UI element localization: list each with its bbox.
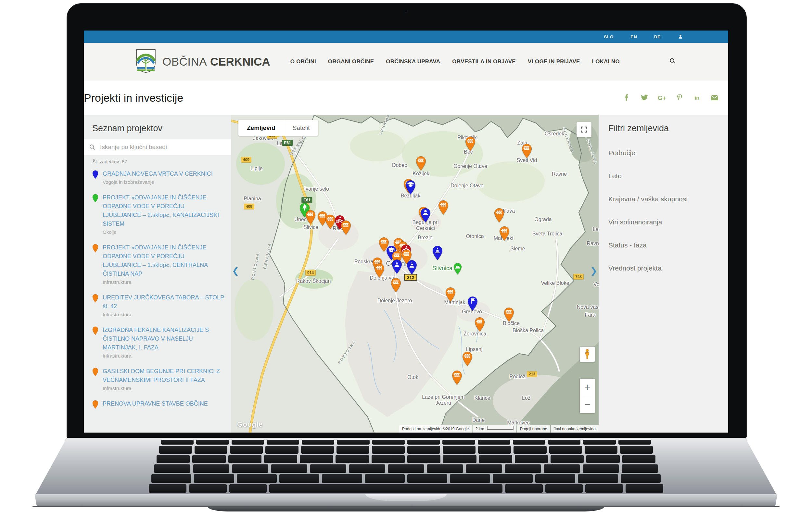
language-link-slo[interactable]: SLO [604, 34, 613, 39]
facebook-icon[interactable] [623, 94, 631, 102]
map-place-label: Otok [407, 374, 418, 380]
keyboard-key [193, 464, 229, 473]
map-type-map-button[interactable]: Zemljevid [238, 120, 284, 136]
map-marker-cone[interactable] [392, 259, 402, 274]
project-link[interactable]: GASILSKI DOM BEGUNJE PRI CERKNICI Z VEČN… [103, 367, 224, 384]
keyboard-key [621, 474, 661, 483]
map-marker-person[interactable] [420, 208, 431, 223]
map-marker-bricks[interactable] [499, 226, 510, 241]
keyboard-key [583, 440, 615, 444]
keyboard-key [513, 440, 545, 444]
filter-item[interactable]: Područje [608, 149, 728, 157]
project-link[interactable]: PROJEKT »ODVAJANJE IN ČIŠČENJE ODPADNE V… [103, 193, 224, 228]
street-view-pegman-button[interactable] [580, 347, 595, 362]
map-marker-bricks[interactable] [462, 351, 473, 366]
nav-item-obvestila-in-objave[interactable]: OBVESTILA IN OBJAVE [452, 58, 516, 65]
keyboard-key [265, 446, 298, 454]
user-account-icon[interactable] [677, 34, 684, 39]
nav-item-o-ob-ini[interactable]: O OBČINI [290, 58, 316, 65]
zoom-in-button[interactable]: + [580, 379, 595, 396]
map-marker-bricks[interactable] [494, 208, 505, 223]
road-badge: 914 [305, 270, 316, 276]
nav-search-icon[interactable] [669, 57, 676, 66]
map-place-label: Planina [243, 196, 261, 202]
filter-item[interactable]: Krajevna / vaška skupnost [608, 195, 728, 203]
map-place-label: Kožljek [412, 171, 429, 177]
project-link[interactable]: UREDITEV JURČKOVEGA TABORA – STOLP št. 4… [103, 293, 224, 311]
filter-item[interactable]: Status - faza [608, 241, 728, 249]
nav-item-organi-ob-ine[interactable]: ORGANI OBČINE [328, 58, 374, 65]
map-marker-bricks[interactable] [341, 220, 351, 235]
keyboard-row [158, 446, 654, 454]
map-container[interactable]: JakovicaLazeLipljePlaninaIvanje seloUnec… [231, 115, 599, 433]
map-marker-bricks[interactable] [416, 156, 427, 171]
map-marker-grad[interactable] [405, 180, 416, 195]
map-marker-bricks[interactable] [305, 210, 316, 225]
project-category: Infrastruktura [103, 385, 224, 391]
collapse-right-panel-arrow[interactable]: ❯ [590, 264, 597, 278]
project-list-item: PROJEKT »ODVAJANJE IN ČIŠČENJE ODPADNE V… [92, 243, 224, 285]
map-marker-cone[interactable] [407, 260, 417, 275]
project-pin-green [92, 194, 98, 235]
project-pin-orange [92, 400, 98, 410]
map-marker-bricks[interactable] [445, 287, 456, 302]
map-place-label: Lož [522, 395, 530, 401]
zoom-out-button[interactable]: − [580, 396, 595, 413]
linkedin-icon[interactable]: in [693, 94, 701, 102]
browser-screen: SLOENDE OBČINA CERKNICA [84, 31, 728, 433]
pinterest-icon[interactable] [675, 94, 684, 102]
filter-item[interactable]: Leto [608, 172, 728, 180]
map-marker-bricks[interactable] [465, 136, 476, 151]
keyboard-key [620, 446, 653, 454]
keyboard-key [618, 440, 651, 444]
language-link-de[interactable]: DE [654, 34, 661, 39]
keyboard-key [622, 455, 656, 463]
email-icon[interactable] [710, 94, 719, 102]
map-type-satellite-button[interactable]: Satelit [284, 120, 318, 136]
project-search-input[interactable] [99, 143, 226, 151]
project-link[interactable]: GRADNJA NOVEGA VRTCA V CERKNICI [103, 170, 213, 178]
map-marker-bricks[interactable] [504, 307, 515, 322]
map-marker-bricks[interactable] [374, 263, 385, 278]
filter-item[interactable]: Viri sofinanciranja [608, 218, 728, 226]
project-text: GASILSKI DOM BEGUNJE PRI CERKNICI Z VEČN… [103, 367, 224, 391]
municipality-coat-of-arms-logo[interactable] [136, 49, 156, 75]
report-map-error-link[interactable]: Javi napako zemljevida [551, 425, 599, 433]
map-place-label: Lep [593, 226, 599, 232]
map-marker-bricks[interactable] [474, 317, 485, 332]
language-link-en[interactable]: EN [631, 34, 637, 39]
project-link[interactable]: IZGRADNA FEKALNE KANALIZACIJE S ČISTILNO… [103, 326, 224, 352]
keyboard-key [544, 464, 580, 473]
terms-link[interactable]: Pogoji uporabe [517, 425, 550, 433]
map-marker-flag[interactable] [467, 296, 478, 311]
map-marker-bricks[interactable] [391, 278, 402, 293]
filter-item[interactable]: Vrednost projekta [608, 264, 728, 272]
map-place-label: Dane [472, 417, 485, 423]
keyboard-key [156, 455, 190, 463]
google-plus-icon[interactable]: G+ [658, 94, 666, 102]
project-link[interactable]: PROJEKT »ODVAJANJE IN ČIŠČENJE ODPADNE V… [103, 243, 224, 278]
keyboard-key [302, 440, 334, 444]
nav-item-ob-inska-uprava[interactable]: OBČINSKA UPRAVA [386, 58, 440, 65]
project-link[interactable]: PRENOVA UPRAVNE STAVBE OBČINE [103, 399, 208, 408]
keyboard-key [337, 440, 369, 444]
keyboard-key [450, 474, 490, 483]
keyboard-key [548, 440, 580, 444]
map-marker-mountain[interactable] [454, 263, 462, 275]
fullscreen-button[interactable] [577, 122, 591, 137]
collapse-left-panel-arrow[interactable]: ❮ [232, 264, 239, 278]
map-place-label: Ravne [552, 171, 567, 177]
keyboard-key [149, 484, 186, 493]
project-list-item: UREDITEV JURČKOVEGA TABORA – STOLP št. 4… [92, 293, 224, 317]
keyboard-key [443, 446, 475, 454]
zoom-control: + − [580, 379, 595, 413]
nav-item-vloge-in-prijave[interactable]: VLOGE IN PRIJAVE [528, 58, 580, 65]
map-place-label: Brezje [418, 235, 432, 241]
twitter-icon[interactable] [640, 94, 648, 102]
map-marker-bricks[interactable] [438, 200, 449, 215]
map-marker-cone[interactable] [432, 246, 443, 260]
project-category: Infrastruktura [103, 353, 224, 358]
map-marker-bricks[interactable] [452, 370, 463, 385]
map-marker-bricks[interactable] [522, 144, 532, 159]
nav-item-lokalno[interactable]: LOKALNO [592, 58, 620, 65]
